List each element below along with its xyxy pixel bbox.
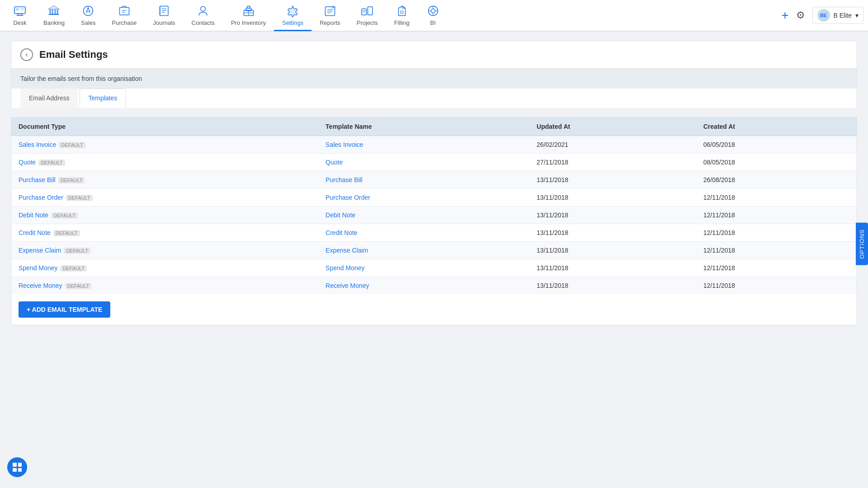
template-name-link[interactable]: Sales Invoice xyxy=(326,141,363,148)
tabs-bar: Email Address Templates xyxy=(11,89,857,108)
avatar: BE xyxy=(817,9,830,22)
email-templates-table: Document Type Template Name Updated At C… xyxy=(11,117,857,294)
cell-created-at: 06/05/2018 xyxy=(696,136,857,154)
template-name-link[interactable]: Purchase Order xyxy=(326,194,370,201)
document-type-link[interactable]: Sales Invoice xyxy=(19,141,56,148)
template-name-link[interactable]: Spend Money xyxy=(326,264,364,272)
bottom-grid-button[interactable] xyxy=(7,457,27,477)
cell-template-name: Purchase Order xyxy=(318,189,529,206)
document-type-link[interactable]: Receive Money xyxy=(19,282,62,289)
nav-item-bi[interactable]: BI xyxy=(418,0,448,31)
document-type-link[interactable]: Quote xyxy=(19,159,36,166)
document-type-link[interactable]: Purchase Bill xyxy=(19,176,56,183)
banking-icon xyxy=(47,4,61,18)
nav-item-desk[interactable]: Desk xyxy=(5,0,35,31)
default-tag: DEFAULT xyxy=(38,160,65,166)
back-button[interactable]: ‹ xyxy=(20,48,33,61)
svg-rect-25 xyxy=(247,6,250,8)
filling-icon xyxy=(395,4,409,18)
cell-created-at: 26/08/2018 xyxy=(696,171,857,189)
nav-item-reports[interactable]: Reports xyxy=(311,0,349,31)
gear-button[interactable]: ⚙ xyxy=(796,9,805,21)
tab-templates[interactable]: Templates xyxy=(80,89,126,108)
template-name-link[interactable]: Purchase Bill xyxy=(326,176,363,183)
svg-rect-35 xyxy=(368,7,373,15)
cell-template-name: Debit Note xyxy=(318,206,529,224)
nav-label-sales: Sales xyxy=(81,19,96,26)
document-type-link[interactable]: Debit Note xyxy=(19,211,48,219)
template-name-link[interactable]: Expense Claim xyxy=(326,247,368,254)
svg-rect-21 xyxy=(159,6,160,15)
add-email-template-button-container: + ADD EMAIL TEMPLATE xyxy=(11,294,857,325)
desk-icon xyxy=(13,4,27,18)
page-header: ‹ Email Settings xyxy=(11,41,857,69)
svg-rect-7 xyxy=(50,9,51,14)
svg-rect-4 xyxy=(21,8,24,9)
cell-document-type: Purchase OrderDEFAULT xyxy=(11,189,318,206)
tab-email-address[interactable]: Email Address xyxy=(20,89,78,108)
nav-label-settings: Settings xyxy=(282,19,303,26)
cell-template-name: Receive Money xyxy=(318,277,529,295)
nav-label-filling: Filling xyxy=(394,19,410,26)
contacts-icon xyxy=(196,4,210,18)
document-type-link[interactable]: Purchase Order xyxy=(19,194,63,201)
options-tab[interactable]: OPTIONS xyxy=(856,223,868,265)
nav-item-contacts[interactable]: Contacts xyxy=(184,0,223,31)
reports-icon xyxy=(323,4,337,18)
bi-icon xyxy=(426,4,440,18)
document-type-link[interactable]: Expense Claim xyxy=(19,247,61,254)
add-email-template-button[interactable]: + ADD EMAIL TEMPLATE xyxy=(19,301,110,318)
subtitle-text: Tailor the emails sent from this organis… xyxy=(20,75,142,82)
nav-label-bi: BI xyxy=(430,19,436,26)
nav-item-journals[interactable]: Journals xyxy=(145,0,183,31)
purchase-icon xyxy=(117,4,132,18)
cell-template-name: Credit Note xyxy=(318,224,529,242)
nav-item-purchase[interactable]: Purchase xyxy=(104,0,145,31)
nav-item-projects[interactable]: Projects xyxy=(349,0,386,31)
table-row: Purchase OrderDEFAULTPurchase Order13/11… xyxy=(11,189,857,206)
cell-created-at: 12/11/2018 xyxy=(696,189,857,206)
cell-updated-at: 26/02/2021 xyxy=(529,136,696,154)
template-name-link[interactable]: Debit Note xyxy=(326,211,355,219)
cell-created-at: 12/11/2018 xyxy=(696,224,857,242)
cell-template-name: Sales Invoice xyxy=(318,136,529,154)
template-name-link[interactable]: Credit Note xyxy=(326,229,358,236)
settings-icon xyxy=(286,4,300,18)
cell-document-type: Spend MoneyDEFAULT xyxy=(11,259,318,277)
default-tag: DEFAULT xyxy=(65,283,92,289)
svg-rect-17 xyxy=(160,6,168,15)
nav-item-banking[interactable]: Banking xyxy=(35,0,73,31)
cell-created-at: 12/11/2018 xyxy=(696,277,857,295)
cell-updated-at: 13/11/2018 xyxy=(529,189,696,206)
user-label: B Elite xyxy=(834,12,852,19)
table-container: Document Type Template Name Updated At C… xyxy=(11,117,857,325)
default-tag: DEFAULT xyxy=(59,142,85,148)
cell-created-at: 12/11/2018 xyxy=(696,259,857,277)
cell-created-at: 12/11/2018 xyxy=(696,242,857,259)
template-name-link[interactable]: Quote xyxy=(326,159,343,166)
svg-rect-14 xyxy=(119,7,129,15)
add-new-button[interactable]: + xyxy=(781,8,788,23)
table-header-row: Document Type Template Name Updated At C… xyxy=(11,117,857,136)
cell-document-type: Receive MoneyDEFAULT xyxy=(11,277,318,295)
cell-template-name: Expense Claim xyxy=(318,242,529,259)
nav-label-pro-inventory: Pro Inventory xyxy=(231,19,266,26)
table-row: Spend MoneyDEFAULTSpend Money13/11/20181… xyxy=(11,259,857,277)
cell-updated-at: 13/11/2018 xyxy=(529,277,696,295)
table-row: Purchase BillDEFAULTPurchase Bill13/11/2… xyxy=(11,171,857,189)
default-tag: DEFAULT xyxy=(53,230,80,236)
table-row: QuoteDEFAULTQuote27/11/201808/05/2018 xyxy=(11,154,857,171)
nav-item-filling[interactable]: Filling xyxy=(386,0,418,31)
svg-point-40 xyxy=(431,9,435,13)
template-name-link[interactable]: Receive Money xyxy=(326,282,369,289)
col-updated-at: Updated At xyxy=(529,117,696,136)
nav-item-sales[interactable]: Sales xyxy=(73,0,104,31)
col-created-at: Created At xyxy=(696,117,857,136)
nav-item-pro-inventory[interactable]: Pro Inventory xyxy=(223,0,274,31)
subtitle-bar: Tailor the emails sent from this organis… xyxy=(11,69,857,89)
cell-document-type: Expense ClaimDEFAULT xyxy=(11,242,318,259)
document-type-link[interactable]: Spend Money xyxy=(19,264,57,272)
user-menu[interactable]: BE B Elite ▾ xyxy=(812,7,863,24)
nav-item-settings[interactable]: Settings xyxy=(274,0,311,31)
document-type-link[interactable]: Credit Note xyxy=(19,229,51,236)
